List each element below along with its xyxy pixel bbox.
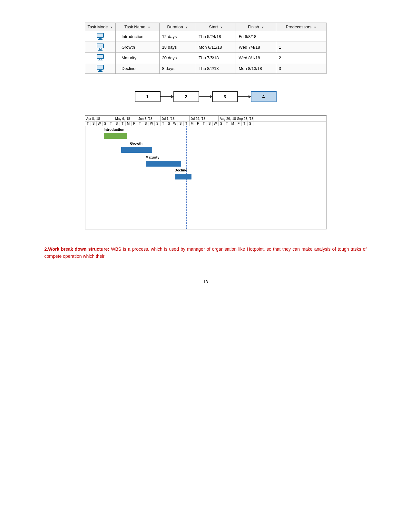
gantt-day-cell: S	[166, 121, 172, 126]
finish-cell: Wed 7/4/18	[236, 42, 276, 53]
gantt-bar-label: Introduction	[104, 128, 124, 131]
gantt-day-cell: T	[161, 121, 166, 126]
gantt-week-label: Jul 29, '18	[190, 116, 219, 121]
gantt-day-cell: S	[207, 121, 213, 126]
gantt-body: IntroductionGrowthMaturityDecline	[85, 126, 326, 229]
network-node-2: 2	[173, 91, 199, 102]
gantt-day-cell: S	[155, 121, 161, 126]
table-row: Decline8 daysThu 8/2/18Mon 8/13/183	[85, 63, 326, 74]
network-arrow-line-1	[161, 96, 173, 97]
gantt-day-cell: M	[190, 121, 195, 126]
predecessors-cell	[276, 31, 326, 42]
duration-cell: 20 days	[159, 53, 196, 63]
gantt-day-cell: T	[184, 121, 190, 126]
predecessors-cell: 2	[276, 53, 326, 63]
start-cell: Thu 7/5/18	[196, 53, 236, 63]
section-label: 2.Work break down structure:	[44, 247, 110, 252]
gantt-bar-label: Decline	[175, 168, 187, 172]
gantt-week-label: Jul 1, '18	[161, 116, 190, 121]
gantt-day-cell: F	[195, 121, 201, 126]
finish-cell: Fri 6/8/18	[236, 31, 276, 42]
network-arrow-1-2	[161, 96, 173, 97]
task-mode-cell	[85, 31, 115, 42]
gantt-week-label: May 6, '18	[114, 116, 137, 121]
col-arrow-task-name: ▼	[148, 26, 151, 29]
task-mode-cell	[85, 53, 115, 63]
duration-cell: 12 days	[159, 31, 196, 42]
table-row: Introduction12 daysThu 5/24/18Fri 6/8/18	[85, 31, 326, 42]
body-paragraph: 2.Work break down structure: WBS is a pr…	[44, 246, 367, 260]
gantt-week-label: Sep 23, '18	[236, 116, 253, 121]
gantt-header-weeks: Apr 8, '18May 6, '18Jun 3, '18Jul 1, '18…	[85, 116, 326, 121]
col-arrow-finish: ▼	[261, 26, 264, 29]
col-header-task-name[interactable]: Task Name ▼	[115, 23, 159, 31]
gantt-bar-label: Maturity	[146, 155, 160, 159]
network-top-line	[109, 87, 302, 87]
gantt-day-cell: T	[108, 121, 114, 126]
task-name-cell: Introduction	[115, 31, 159, 42]
table-row: Growth18 daysMon 6/11/18Wed 7/4/181	[85, 42, 326, 53]
gantt-day-cell: F	[132, 121, 137, 126]
gantt-day-cell: M	[126, 121, 132, 126]
gantt-day-cell: M	[230, 121, 236, 126]
gantt-day-cell: T	[242, 121, 248, 126]
gantt-day-cell: S	[219, 121, 224, 126]
gantt-bar	[121, 147, 152, 153]
task-table: Task Mode ▼ Task Name ▼ Duration ▼ Start…	[85, 23, 327, 74]
network-node-1: 1	[135, 91, 161, 102]
gantt-left-border	[85, 126, 85, 229]
gantt-week-label: Aug 26, '18	[219, 116, 236, 121]
col-arrow-task-mode: ▼	[110, 26, 113, 29]
gantt-day-cell: S	[91, 121, 97, 126]
gantt-day-cell: T	[137, 121, 143, 126]
task-mode-cell	[85, 42, 115, 53]
predecessors-cell: 3	[276, 63, 326, 74]
task-name-cell: Decline	[115, 63, 159, 74]
task-name-cell: Maturity	[115, 53, 159, 63]
col-header-predecessors[interactable]: Predecessors ▼	[276, 23, 326, 31]
start-cell: Thu 8/2/18	[196, 63, 236, 74]
network-node-4: 4	[251, 91, 277, 102]
network-arrow-3-4	[238, 96, 251, 97]
gantt-day-cell: S	[248, 121, 253, 126]
col-header-task-mode[interactable]: Task Mode ▼	[85, 23, 115, 31]
task-name-cell: Growth	[115, 42, 159, 53]
gantt-day-cell: S	[143, 121, 149, 126]
gantt-day-cell: T	[85, 121, 91, 126]
duration-cell: 18 days	[159, 42, 196, 53]
finish-cell: Wed 8/1/18	[236, 53, 276, 63]
start-cell: Thu 5/24/18	[196, 31, 236, 42]
gantt-day-cell: F	[236, 121, 242, 126]
page-number: 13	[19, 279, 392, 284]
task-table-section: Task Mode ▼ Task Name ▼ Duration ▼ Start…	[85, 23, 327, 74]
network-diagram-section: 1 2 3 4	[85, 87, 327, 102]
col-arrow-start: ▼	[220, 26, 223, 29]
col-header-duration[interactable]: Duration ▼	[159, 23, 196, 31]
col-header-finish[interactable]: Finish ▼	[236, 23, 276, 31]
gantt-week-label: Apr 8, '18	[85, 116, 114, 121]
col-header-start[interactable]: Start ▼	[196, 23, 236, 31]
gantt-container: Apr 8, '18May 6, '18Jun 3, '18Jul 1, '18…	[85, 116, 327, 229]
col-arrow-duration: ▼	[185, 26, 188, 29]
network-node-3: 3	[212, 91, 238, 102]
gantt-day-cell: T	[120, 121, 126, 126]
start-cell: Mon 6/11/18	[196, 42, 236, 53]
gantt-day-cell: S	[103, 121, 108, 126]
network-arrow-line-3	[238, 96, 251, 97]
gantt-bar	[146, 161, 181, 167]
task-mode-cell	[85, 63, 115, 74]
network-arrow-2-3	[199, 96, 212, 97]
gantt-day-cell: W	[149, 121, 155, 126]
gantt-bar	[175, 174, 191, 179]
gantt-bar-label: Growth	[130, 141, 143, 145]
gantt-week-label: Jun 3, '18	[137, 116, 161, 121]
network-nodes: 1 2 3 4	[135, 91, 277, 102]
gantt-day-cell: S	[114, 121, 120, 126]
gantt-day-cell: W	[172, 121, 178, 126]
gantt-day-cell: T	[224, 121, 230, 126]
table-row: Maturity20 daysThu 7/5/18Wed 8/1/182	[85, 53, 326, 63]
gantt-header-days: TSWSTSTMFTSWSTSWSTMFTSWSTMFTS	[85, 121, 326, 126]
gantt-day-cell: T	[201, 121, 207, 126]
gantt-section: Apr 8, '18May 6, '18Jun 3, '18Jul 1, '18…	[85, 115, 327, 229]
network-arrow-line-2	[199, 96, 212, 97]
